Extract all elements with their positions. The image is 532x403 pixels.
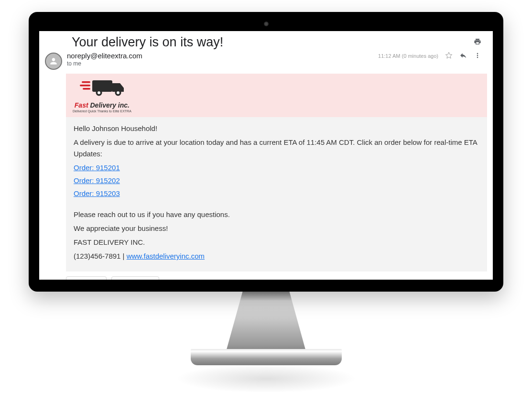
svg-point-2: [98, 91, 100, 94]
monitor-shadow: [175, 364, 357, 393]
order-link-3[interactable]: Order: 915203: [74, 188, 479, 199]
monitor-camera: [264, 22, 269, 26]
reply-icon[interactable]: [459, 52, 467, 60]
email-subject: Your delivery is on its way!: [72, 35, 474, 50]
svg-rect-6: [80, 85, 90, 87]
closing-2: We appreciate your business!: [74, 223, 479, 234]
recipient-label[interactable]: to me: [67, 60, 378, 67]
meta-actions: 11:12 AM (0 minutes ago): [378, 52, 481, 60]
brand-name-rest: Delivery inc.: [88, 101, 130, 109]
brand-tagline: Delivered Quick Thanks to Elite EXTRA: [73, 109, 131, 113]
svg-rect-5: [82, 81, 90, 83]
phone-text: (123)456-7891: [74, 252, 120, 260]
order-link-1[interactable]: Order: 915201: [74, 162, 479, 173]
brand-name-fast: Fast: [75, 101, 88, 109]
monitor-stand-neck: [226, 289, 307, 354]
brand-text: Fast Delivery inc. Delivered Quick Thank…: [73, 101, 131, 113]
intro-text: A delivery is due to arrive at your loca…: [74, 137, 479, 159]
sender-address: noreply@eliteextra.com: [67, 52, 378, 60]
website-link[interactable]: www.fastdeliveryinc.com: [127, 252, 205, 260]
monitor-bezel: Your delivery is on its way! noreply@eli…: [29, 12, 503, 292]
order-link-2[interactable]: Order: 915202: [74, 175, 479, 186]
action-buttons-row: Reply Forward: [39, 272, 493, 280]
sender-block: noreply@eliteextra.com to me: [67, 52, 378, 67]
email-content: Hello Johnson Household! A delivery is d…: [66, 117, 487, 272]
forward-button[interactable]: Forward: [111, 276, 159, 280]
email-header-row: Your delivery is on its way!: [39, 31, 493, 52]
screen: Your delivery is on its way! noreply@eli…: [39, 31, 493, 280]
company-name: FAST DELIVERY INC.: [74, 237, 479, 248]
brand-logo: Fast Delivery inc. Delivered Quick Thank…: [73, 77, 131, 113]
closing-1: Please reach out to us if you have any q…: [74, 209, 479, 220]
sender-avatar[interactable]: [45, 53, 62, 70]
reply-button[interactable]: Reply: [66, 276, 107, 280]
star-icon[interactable]: [445, 52, 453, 60]
svg-point-4: [117, 91, 119, 94]
truck-icon: [78, 77, 126, 100]
print-icon[interactable]: [474, 35, 481, 47]
contact-line: (123)456-7891 | www.fastdeliveryinc.com: [74, 251, 479, 261]
email-meta-row: noreply@eliteextra.com to me 11:12 AM (0…: [39, 52, 493, 74]
brand-name: Fast Delivery inc.: [73, 101, 131, 109]
email-timestamp: 11:12 AM (0 minutes ago): [378, 53, 438, 59]
monitor-stand-base: [191, 349, 342, 365]
email-body: Fast Delivery inc. Delivered Quick Thank…: [66, 74, 487, 272]
greeting-text: Hello Johnson Household!: [74, 123, 479, 134]
svg-rect-7: [83, 88, 90, 90]
brand-banner: Fast Delivery inc. Delivered Quick Thank…: [66, 74, 487, 117]
svg-rect-0: [92, 80, 112, 92]
separator: |: [120, 252, 126, 260]
more-icon[interactable]: [474, 52, 481, 60]
